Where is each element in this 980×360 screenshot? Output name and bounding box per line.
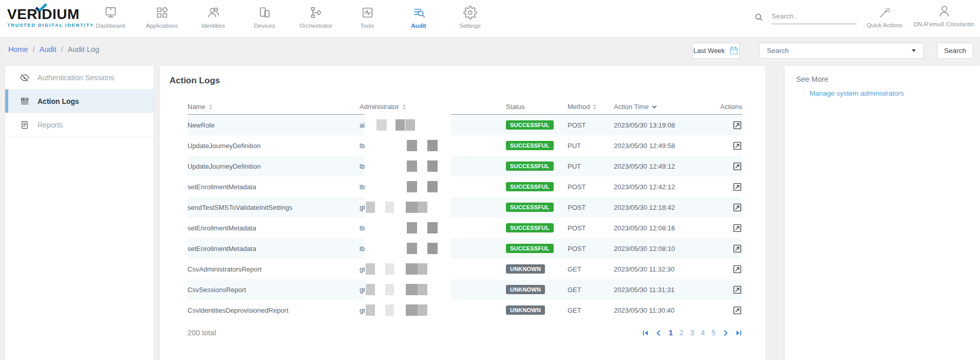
open-detail-icon[interactable] (732, 305, 742, 315)
first-page-icon[interactable] (642, 330, 649, 336)
sort-icon (402, 104, 406, 110)
nav-item-orchestrator[interactable]: Orchestrator (290, 0, 342, 38)
nav-item-settings[interactable]: Settings (444, 0, 496, 38)
cell-action-time: 2023/05/30 11:30:40 (614, 307, 699, 314)
open-detail-icon[interactable] (732, 285, 742, 295)
nav-item-identities[interactable]: Identities (187, 0, 239, 38)
cell-administrator: ai (360, 115, 506, 135)
quick-actions-button[interactable]: Quick Actions (860, 5, 909, 28)
tools-icon (361, 6, 374, 20)
nav-item-devices[interactable]: Devices (239, 0, 290, 38)
last-page-icon[interactable] (736, 330, 742, 336)
column-header-name[interactable]: Name (187, 103, 360, 111)
total-count: 200 total (187, 329, 216, 337)
cell-action-name: setEnrollmentMetadata (187, 183, 360, 191)
nav-item-dashboard[interactable]: Dashboard (85, 0, 136, 38)
cell-action-time: 2023/05/30 12:18:42 (614, 204, 699, 211)
sidebar-item-action-logs[interactable]: Action Logs (5, 89, 154, 113)
cell-administrator: lb (360, 156, 506, 176)
content-area: Authentication Sessions Action Logs Repo… (0, 63, 980, 360)
open-detail-icon[interactable] (732, 161, 742, 171)
nav-item-audit[interactable]: Audit (393, 0, 444, 38)
column-header-status[interactable]: Status (506, 103, 568, 111)
status-badge: SUCCESSFUL (506, 223, 554, 232)
column-header-method[interactable]: Method (568, 103, 614, 111)
cell-actions (699, 244, 742, 254)
open-detail-icon[interactable] (732, 120, 742, 130)
status-badge: SUCCESSFUL (506, 120, 554, 130)
nav-label: Orchestrator (299, 23, 332, 29)
cell-action-name: NewRole (187, 121, 360, 129)
sidebar-item-reports[interactable]: Reports (5, 113, 154, 137)
next-page-icon[interactable] (722, 330, 729, 336)
date-range-button[interactable]: Last Week (692, 43, 740, 59)
cell-action-time: 2023/05/30 12:49:12 (614, 163, 699, 170)
cell-actions (699, 203, 742, 212)
sort-desc-icon (652, 105, 657, 109)
sidebar-item-label: Action Logs (37, 97, 79, 105)
chevron-down-icon (912, 49, 916, 52)
sidebar-item-authentication-sessions[interactable]: Authentication Sessions (5, 66, 154, 89)
status-badge: SUCCESSFUL (506, 141, 554, 150)
cell-status: SUCCESSFUL (506, 223, 568, 232)
manage-system-administrators-link[interactable]: Manage system administrators (809, 89, 969, 97)
cell-status: UNKNOWN (506, 285, 568, 294)
cell-method: POST (568, 224, 614, 232)
search-button-label: Search (944, 47, 966, 55)
nav-label: Audit (411, 23, 426, 29)
table-row[interactable]: sendTestSMSToValidateInitSettings gt SUC… (187, 197, 742, 218)
table-row[interactable]: NewRole ai SUCCESSFUL POST 2023/05/30 13… (187, 115, 742, 135)
cell-status: SUCCESSFUL (506, 141, 568, 150)
cell-status: SUCCESSFUL (506, 244, 568, 253)
previous-page-icon[interactable] (655, 330, 662, 336)
open-detail-icon[interactable] (732, 244, 742, 254)
breadcrumb-home-link[interactable]: Home (8, 45, 28, 53)
cell-method: POST (568, 245, 614, 253)
open-detail-icon[interactable] (732, 203, 742, 212)
redacted-administrator-blocks (365, 297, 451, 323)
breadcrumb-separator: / (61, 45, 63, 53)
action-logs-table: Name Administrator Status Method Action … (187, 99, 742, 337)
nav-item-applications[interactable]: Applications (136, 0, 187, 38)
table-row[interactable]: setEnrollmentMetadata lb SUCCESSFUL POST… (187, 176, 742, 197)
table-row[interactable]: setEnrollmentMetadata lb SUCCESSFUL POST… (187, 218, 742, 238)
page-number-5[interactable]: 5 (711, 329, 715, 337)
page-number-2[interactable]: 2 (680, 329, 684, 337)
cell-action-time: 2023/05/30 11:32:30 (614, 265, 699, 273)
table-row[interactable]: setEnrollmentMetadata lb SUCCESSFUL POST… (187, 238, 742, 259)
page-number-3[interactable]: 3 (690, 329, 694, 337)
table-row[interactable]: UpdateJourneyDefinition lb SUCCESSFUL PU… (187, 156, 742, 176)
user-menu[interactable]: DN,R'emuß Cönstantin (910, 4, 978, 27)
cell-administrator: lb (360, 135, 506, 156)
table-row[interactable]: CsvIdentitiesDeprovisionedReport gt UNKN… (187, 300, 742, 320)
table-row[interactable]: CsvSessionsReport gt UNKNOWN GET 2023/05… (187, 279, 742, 300)
nav-item-tools[interactable]: Tools (342, 0, 393, 38)
search-button[interactable]: Search (937, 43, 973, 59)
status-badge: SUCCESSFUL (506, 244, 554, 253)
page-number-1[interactable]: 1 (669, 329, 673, 337)
breadcrumb: Home / Audit / Audit Log (8, 45, 99, 53)
cell-actions (699, 305, 742, 315)
see-more-panel: See More Manage system administrators (785, 66, 980, 360)
column-header-action-time[interactable]: Action Time (614, 103, 699, 111)
orchestrator-icon (309, 6, 323, 20)
primary-nav: Dashboard Applications Identities Device… (85, 0, 496, 38)
open-detail-icon[interactable] (732, 223, 742, 233)
filter-search-select[interactable]: Search (759, 43, 924, 59)
open-detail-icon[interactable] (732, 264, 742, 274)
column-header-administrator[interactable]: Administrator (360, 103, 506, 111)
devices-icon (258, 6, 272, 20)
pager-pages: 12345 (669, 329, 715, 337)
open-detail-icon[interactable] (732, 182, 742, 192)
magic-wand-icon (878, 5, 891, 19)
table-row[interactable]: CsvAdministratorsReport gt UNKNOWN GET 2… (187, 259, 742, 279)
open-detail-icon[interactable] (732, 141, 742, 151)
cell-administrator: lb (360, 218, 506, 238)
filter-select-value: Search (767, 47, 789, 55)
audit-icon (412, 6, 426, 20)
global-search-input[interactable] (771, 11, 857, 24)
breadcrumb-audit-link[interactable]: Audit (40, 45, 56, 53)
veridium-logo[interactable]: VERIDIUM TRUSTED DIGITAL IDENTITY (7, 7, 95, 28)
page-number-4[interactable]: 4 (701, 329, 705, 337)
table-row[interactable]: UpdateJourneyDefinition lb SUCCESSFUL PU… (187, 135, 742, 156)
